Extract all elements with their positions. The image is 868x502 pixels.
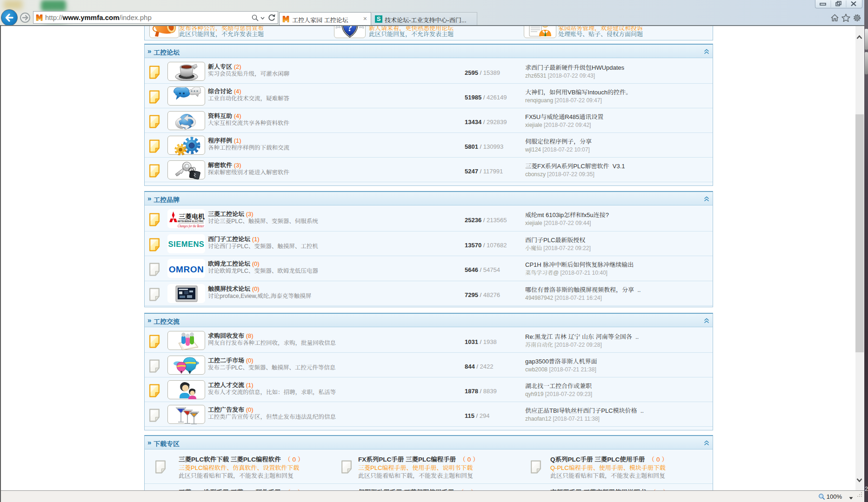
svg-text:MITSUBISHI ELECTRIC: MITSUBISHI ELECTRIC — [178, 220, 204, 223]
svg-text:Changes for the Better: Changes for the Better — [178, 224, 204, 228]
svg-text:三菱电机: 三菱电机 — [179, 213, 205, 220]
